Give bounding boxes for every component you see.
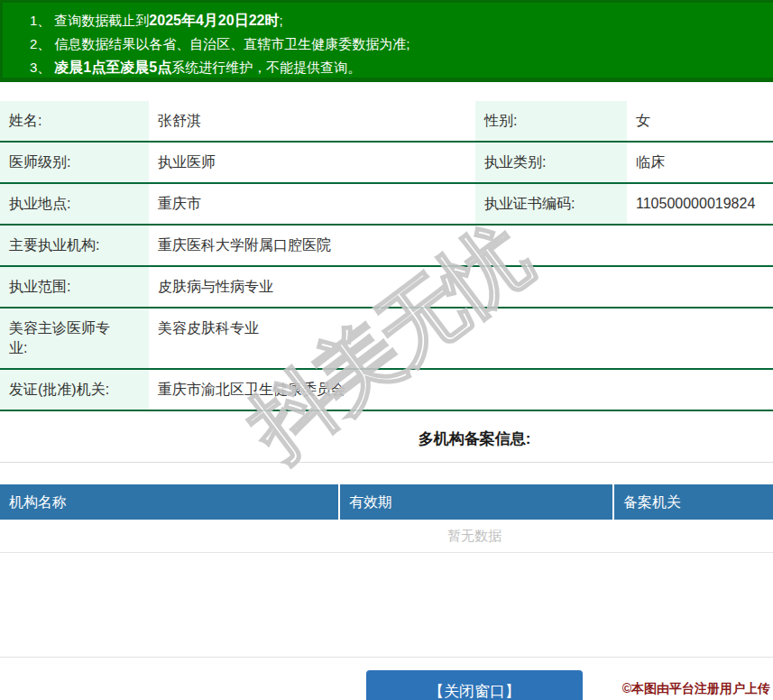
field-label-cosmetic-specialty: 美容主诊医师专业: xyxy=(0,309,149,368)
column-header-institution-name: 机构名称 xyxy=(0,484,338,520)
field-value-issuing-authority: 重庆市渝北区卫生健康委员会 xyxy=(149,370,773,410)
notice-line-3: 3、凌晨1点至凌晨5点系统进行维护，不能提供查询。 xyxy=(30,56,773,79)
notice-text: 系统进行维护，不能提供查询。 xyxy=(171,60,361,75)
table-row-issuing-authority: 发证(批准)机关: 重庆市渝北区卫生健康委员会 xyxy=(0,370,773,411)
table-row-main-institution: 主要执业机构: 重庆医科大学附属口腔医院 xyxy=(0,226,773,267)
page-content: 1、查询数据截止到2025年4月20日22时; 2、信息数据结果以各省、自治区、… xyxy=(0,0,773,700)
field-value-cosmetic-specialty: 美容皮肤科专业 xyxy=(149,309,773,368)
empty-data-message: 暂无数据 xyxy=(0,520,773,553)
notice-number: 2、 xyxy=(30,36,51,51)
notice-text: ; xyxy=(279,13,282,28)
org-filing-table-header: 机构名称 有效期 备案机关 xyxy=(0,484,773,520)
field-value-name: 张舒淇 xyxy=(149,101,475,141)
column-header-validity-period: 有效期 xyxy=(338,484,612,520)
notice-text: 查询数据截止到 xyxy=(54,13,149,28)
field-value-gender: 女 xyxy=(627,101,773,141)
field-value-practice-location: 重庆市 xyxy=(149,184,475,224)
copyright-stamp: ©本图由平台注册用户上传 xyxy=(622,681,770,697)
table-row-level-category: 医师级别: 执业医师 执业类别: 临床 xyxy=(0,143,773,184)
notice-line-2: 2、信息数据结果以各省、自治区、直辖市卫生健康委数据为准; xyxy=(30,32,773,56)
notice-number: 1、 xyxy=(30,13,51,28)
notice-banner: 1、查询数据截止到2025年4月20日22时; 2、信息数据结果以各省、自治区、… xyxy=(0,0,773,82)
field-label-doctor-level: 医师级别: xyxy=(0,143,149,182)
notice-number: 3、 xyxy=(30,60,51,75)
query-result-page: { "banner": { "bg_color": "#008000", "bo… xyxy=(0,0,773,700)
field-label-main-institution: 主要执业机构: xyxy=(0,226,149,265)
notice-line-1: 1、查询数据截止到2025年4月20日22时; xyxy=(30,9,773,32)
notice-text-bold: 凌晨1点至凌晨5点 xyxy=(54,60,171,75)
field-value-doctor-level: 执业医师 xyxy=(149,143,475,182)
field-label-license-number: 执业证书编码: xyxy=(475,184,627,224)
divider-line xyxy=(0,462,773,463)
table-row-practice-scope: 执业范围: 皮肤病与性病专业 xyxy=(0,267,773,309)
notice-text-bold: 2025年4月20日22时 xyxy=(149,13,279,28)
field-label-practice-category: 执业类别: xyxy=(475,143,627,182)
field-label-gender: 性别: xyxy=(475,101,627,141)
practitioner-info-table: 姓名: 张舒淇 性别: 女 医师级别: 执业医师 执业类别: 临床 执业地点: … xyxy=(0,101,773,411)
field-value-license-number: 110500000019824 xyxy=(627,184,773,224)
field-label-practice-scope: 执业范围: xyxy=(0,267,149,307)
blank-area xyxy=(0,553,773,657)
field-label-name: 姓名: xyxy=(0,101,149,141)
field-label-practice-location: 执业地点: xyxy=(0,184,149,224)
table-row-name-gender: 姓名: 张舒淇 性别: 女 xyxy=(0,101,773,143)
field-value-practice-scope: 皮肤病与性病专业 xyxy=(149,267,773,307)
table-row-location-license: 执业地点: 重庆市 执业证书编码: 110500000019824 xyxy=(0,184,773,226)
table-row-cosmetic-specialty: 美容主诊医师专业: 美容皮肤科专业 xyxy=(0,309,773,370)
notice-text: 信息数据结果以各省、自治区、直辖市卫生健康委数据为准; xyxy=(54,36,410,51)
column-header-filing-authority: 备案机关 xyxy=(612,484,773,520)
org-filing-section-title: 多机构备案信息: xyxy=(0,429,773,449)
field-value-main-institution: 重庆医科大学附属口腔医院 xyxy=(149,226,773,265)
close-window-button[interactable]: 【关闭窗口】 xyxy=(366,670,583,700)
field-label-issuing-authority: 发证(批准)机关: xyxy=(0,370,149,410)
field-value-practice-category: 临床 xyxy=(627,143,773,182)
